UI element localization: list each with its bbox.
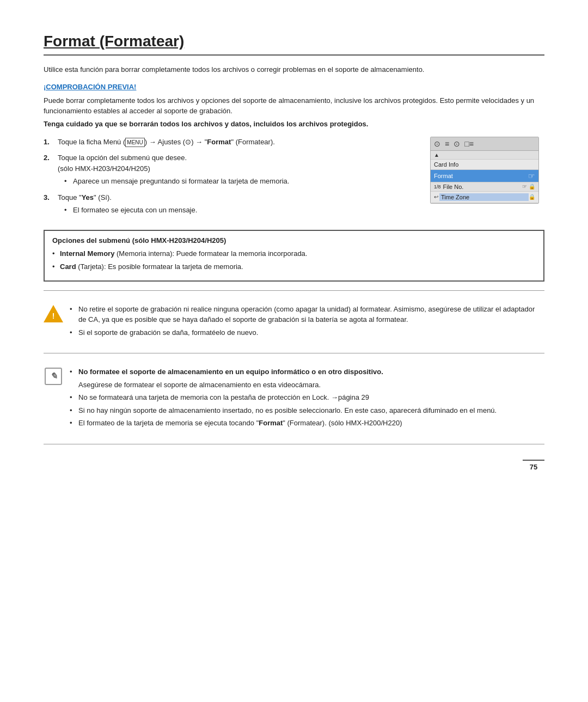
camera-timezone-row: ↩ Time Zone 🔒 (431, 192, 538, 203)
step-2: 2. Toque la opción del submenú que desee… (44, 152, 419, 187)
intro-text: Utilice esta función para borrar complet… (44, 64, 544, 75)
bullet-dot-3: • (52, 249, 58, 259)
note-bullet-1: • No formatee el soporte de almacenamien… (70, 367, 544, 377)
yes-label: Yes (82, 193, 94, 202)
bullet-dot: • (64, 176, 70, 187)
format-label: Format (207, 138, 231, 146)
divider-1 (44, 290, 544, 291)
bullet-dot-2: • (64, 205, 70, 216)
note-bullet-3: • No se formateará una tarjeta de memori… (70, 392, 544, 403)
caution-bullet-2: • Si el soporte de grabación se daña, fo… (70, 327, 544, 338)
submenu-option-2-text: Card (Tarjeta): Es posible formatear la … (60, 262, 243, 272)
step-1-num: 1. (44, 137, 53, 148)
camera-up-row: ▲ (431, 151, 538, 160)
step-2-bullet: • Aparece un mensaje preguntando si form… (64, 176, 419, 187)
previa-bold-warning: Tenga cuidado ya que se borrarán todos l… (44, 120, 544, 128)
fileno-fraction: 1/8 (434, 184, 441, 190)
note-text-3: No se formateará una tarjeta de memoria … (78, 392, 369, 403)
step-3: 3. Toque "Yes" (Sí). • El formateo se ej… (44, 192, 419, 216)
caution-content: • No retire el soporte de grabación ni r… (70, 304, 544, 340)
bullet-dot-7: • (70, 367, 75, 377)
note-icon: ✎ (45, 368, 62, 385)
submenu-option-2: • Card (Tarjeta): Es posible formatear l… (52, 262, 536, 272)
bullet-dot-note-indent: • (70, 380, 75, 390)
step-2-bullet-text: Aparece un mensaje preguntando si format… (73, 176, 289, 187)
page-title: Format (Formatear) (44, 33, 544, 56)
note-bullet-4: • Si no hay ningún soporte de almacenami… (70, 405, 544, 416)
camera-down-row: 1/8 File No. ☞ 🔒 (431, 182, 538, 192)
step-3-num: 3. (44, 192, 53, 203)
comprobacion-label: ¡COMPROBACIÓN PREVIA! (44, 83, 544, 91)
camera-extra-icon: □≡ (464, 139, 474, 148)
submenu-option-1-text: Internal Memory (Memoria interna): Puede… (60, 249, 307, 259)
step-2-subtext: (sólo HMX-H203/H204/H205) (58, 163, 419, 174)
note-text-5: El formateo de la tarjeta de memoria se … (78, 418, 402, 429)
note-content: • No formatee el soporte de almacenamien… (70, 367, 544, 431)
bullet-dot-10: • (70, 418, 75, 429)
bullet-dot-9: • (70, 405, 75, 416)
caution-text-2: Si el soporte de grabación se daña, form… (78, 327, 258, 338)
camera-ui-sidebar: ⊙ ≡ ⊙ □≡ ▲ Card Info Format ☞ (430, 137, 544, 204)
step-1-content: Toque la ficha Menú (MENU) → Ajustes (⊙)… (58, 137, 419, 148)
format-row-label: Format (434, 173, 528, 179)
caution-warning-box: ! • No retire el soporte de grabación ni… (44, 298, 544, 346)
page-number: 75 (530, 463, 537, 471)
back-arrow-icon: ↩ (434, 194, 438, 200)
divider-2 (44, 353, 544, 353)
camera-cardinfo-row: Card Info (431, 160, 538, 170)
note-warning-box: ✎ • No formatee el soporte de almacenami… (44, 361, 544, 436)
submenu-options-box: Opciones del submenú (sólo HMX-H203/H204… (44, 230, 544, 282)
caution-icon: ! (44, 304, 63, 323)
note-text-2: Asegúrese de formatear el soporte de alm… (78, 380, 321, 390)
step-3-bullet-text: El formateo se ejecuta con un mensaje. (73, 205, 197, 216)
step-2-num: 2. (44, 152, 53, 163)
timezone-right-icon: 🔒 (529, 194, 535, 200)
step-2-content: Toque la opción del submenú que desee. (… (58, 152, 419, 187)
step-3-content: Toque "Yes" (Sí). • El formateo se ejecu… (58, 192, 419, 216)
caution-bullet-1: • No retire el soporte de grabación ni r… (70, 304, 544, 325)
note-icon-wrapper: ✎ (44, 367, 63, 386)
camera-menu-icon: ≡ (445, 139, 449, 148)
bullet-dot-6: • (70, 327, 75, 338)
finger-icon: ☞ (528, 172, 535, 180)
timezone-label: Time Zone (439, 193, 529, 201)
fileno-label: File No. (443, 184, 523, 190)
fileno-right-icon: ☞ 🔒 (522, 184, 535, 190)
bullet-dot-4: • (52, 262, 58, 272)
up-arrow-icon: ▲ (434, 152, 439, 158)
bullet-dot-5: • (70, 304, 75, 325)
previa-note-text: Puede borrar completamente todos los arc… (44, 95, 544, 117)
main-content: 1. Toque la ficha Menú (MENU) → Ajustes … (44, 137, 419, 221)
divider-3 (44, 444, 544, 444)
submenu-option-1: • Internal Memory (Memoria interna): Pue… (52, 249, 536, 259)
settings-icon: ⊙ (185, 138, 191, 146)
step-1-text: Toque la ficha Menú (MENU) → Ajustes (⊙)… (58, 138, 275, 146)
note-bullet-2: • Asegúrese de formatear el soporte de a… (70, 380, 544, 390)
camera-circle-icon: ⊙ (434, 139, 440, 148)
step-3-bullet: • El formateo se ejecuta con un mensaje. (64, 205, 419, 216)
camera-ui-topbar: ⊙ ≡ ⊙ □≡ (431, 137, 538, 151)
step-3-text: Toque "Yes" (Sí). (58, 192, 419, 203)
note-text-4: Si no hay ningún soporte de almacenamien… (78, 405, 497, 416)
note-bullet-5: • El formateo de la tarjeta de memoria s… (70, 418, 544, 429)
submenu-title: Opciones del submenú (sólo HMX-H203/H204… (52, 236, 536, 245)
bullet-dot-8: • (70, 392, 75, 403)
menu-icon: MENU (125, 138, 144, 147)
camera-ui-panel: ⊙ ≡ ⊙ □≡ ▲ Card Info Format ☞ (430, 137, 539, 204)
step-1: 1. Toque la ficha Menú (MENU) → Ajustes … (44, 137, 419, 148)
camera-settings-icon: ⊙ (454, 139, 460, 148)
note-text-1: No formatee el soporte de almacenamiento… (78, 367, 383, 377)
caution-text-1: No retire el soporte de grabación ni rea… (78, 304, 544, 325)
cardinfo-label: Card Info (434, 161, 535, 168)
step-2-text: Toque la opción del submenú que desee. (58, 152, 419, 163)
camera-format-row: Format ☞ (431, 170, 538, 182)
